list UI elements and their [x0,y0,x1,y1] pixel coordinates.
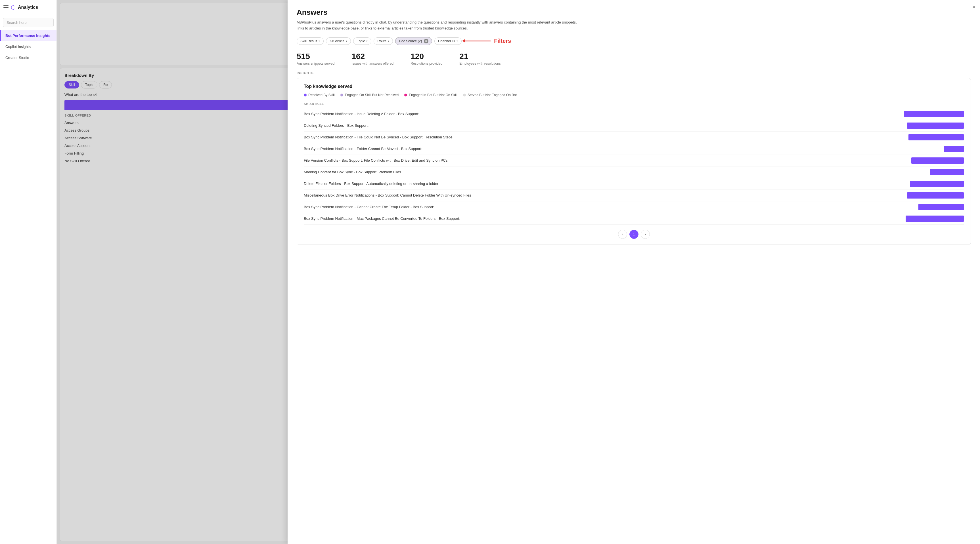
filter-kb-article[interactable]: KB Article ▾ [326,37,351,45]
stat-employees-number: 21 [459,52,501,61]
modal-panel: × Answers M8PlusPlus answers a user's qu… [288,0,980,544]
table-row: File Version Conflicts - Box Support: Fi… [304,155,964,167]
sidebar-item-bot-performance[interactable]: Bot Performance Insights [0,30,57,41]
table-row: Miscellaneous Box Drive Error Notificati… [304,190,964,201]
card-title: Top knowledge served [304,84,964,89]
stat-resolutions: 120 Resolutions provided [410,52,442,65]
stat-employees-label: Employees with resolutions [459,62,501,65]
modal-close-button[interactable]: × [972,5,975,10]
kb-bar [907,192,964,198]
insights-card: Top knowledge served Resolved By Skill E… [297,78,971,245]
hamburger-icon[interactable] [3,5,8,10]
filter-channel-id[interactable]: Channel ID ▾ [434,37,461,45]
sidebar-header: ⬡ Analytics [0,0,57,15]
stat-snippets-number: 515 [297,52,334,61]
chevron-down-icon: ▾ [366,40,368,43]
legend-served-not-engaged: Served But Not Engaged On Bot [463,93,517,97]
stat-snippets-label: Answers snippets served [297,62,334,65]
app-title: Analytics [18,5,38,10]
filter-skill-result[interactable]: Skill Result ▾ [297,37,324,45]
pagination-page-1[interactable]: 1 [629,230,638,239]
stats-row: 515 Answers snippets served 162 Issues w… [297,52,971,65]
kb-bar [930,169,964,175]
logo-icon: ⬡ [11,4,16,11]
chart-legend: Resolved By Skill Engaged On Skill But N… [304,93,964,97]
legend-dot-bot-not-skill [404,94,407,97]
stat-employees: 21 Employees with resolutions [459,52,501,65]
pagination-next[interactable]: › [641,230,650,239]
legend-dot-engaged [340,94,343,97]
chevron-down-icon: ▾ [388,40,389,43]
table-row: Delete Files or Folders - Box Support: A… [304,178,964,190]
stat-resolutions-number: 120 [410,52,442,61]
sidebar-item-copilot-insights[interactable]: Copilot Insights [0,41,57,52]
kb-bar [908,134,964,140]
filter-doc-source[interactable]: Doc Source (2) ✕ [395,37,432,45]
legend-resolved-by-skill: Resolved By Skill [304,93,335,97]
stat-snippets: 515 Answers snippets served [297,52,334,65]
table-row: Box Sync Problem Notification - Mac Pack… [304,213,964,225]
search-input[interactable]: Search here [3,18,54,27]
filters-annotation-label: Filters [494,38,511,44]
legend-dot-resolved [304,94,307,97]
chevron-down-icon: ▾ [457,40,458,43]
kb-article-section-label: KB ARTICLE [304,102,964,106]
sidebar-item-creator-studio[interactable]: Creator Studio [0,52,57,63]
stat-issues-label: Issues with answers offered [352,62,393,65]
table-row: Box Sync Problem Notification - File Cou… [304,132,964,143]
filters-row: Skill Result ▾ KB Article ▾ Topic ▾ Rout… [297,37,971,45]
sidebar: ⬡ Analytics Search here Bot Performance … [0,0,57,544]
main-area: 60 40 20 0 Issues Resolved by Bo... 2024… [57,0,980,544]
stat-issues: 162 Issues with answers offered [352,52,393,65]
insights-section-label: INSIGHTS [297,71,971,75]
table-row: Marking Content for Box Sync - Box Suppo… [304,167,964,178]
legend-engaged-not-on-skill: Engaged In Bot But Not On Skill [404,93,457,97]
kb-bar [911,157,964,163]
stat-issues-number: 162 [352,52,393,61]
modal-title: Answers [297,8,971,17]
kb-bar [904,111,964,117]
filter-topic[interactable]: Topic ▾ [353,37,371,45]
filter-doc-source-close[interactable]: ✕ [424,39,428,43]
pagination-prev[interactable]: ‹ [618,230,627,239]
pagination: ‹ 1 › [304,225,964,239]
modal-description: M8PlusPlus answers a user's questions di… [297,19,581,32]
stat-resolutions-label: Resolutions provided [410,62,442,65]
sidebar-nav: Bot Performance Insights Copilot Insight… [0,30,57,63]
kb-bar [907,122,964,129]
legend-engaged-not-resolved: Engaged On Skill But Not Resolved [340,93,399,97]
modal-overlay: × Answers M8PlusPlus answers a user's qu… [57,0,980,544]
chevron-down-icon: ▾ [318,40,320,43]
filters-annotation: Filters [465,38,511,44]
kb-bar [944,146,964,152]
table-row: Box Sync Problem Notification - Folder C… [304,143,964,155]
table-row: Box Sync Problem Notification - Cannot C… [304,201,964,213]
kb-bar [910,181,964,187]
table-row: Box Sync Problem Notification - Issue De… [304,108,964,120]
kb-bar [918,204,964,210]
table-row: Deleting Synced Folders - Box Support: [304,120,964,132]
kb-bar [905,216,964,222]
legend-dot-not-engaged [463,94,466,97]
filter-route[interactable]: Route ▾ [374,37,393,45]
chevron-down-icon: ▾ [346,40,347,43]
